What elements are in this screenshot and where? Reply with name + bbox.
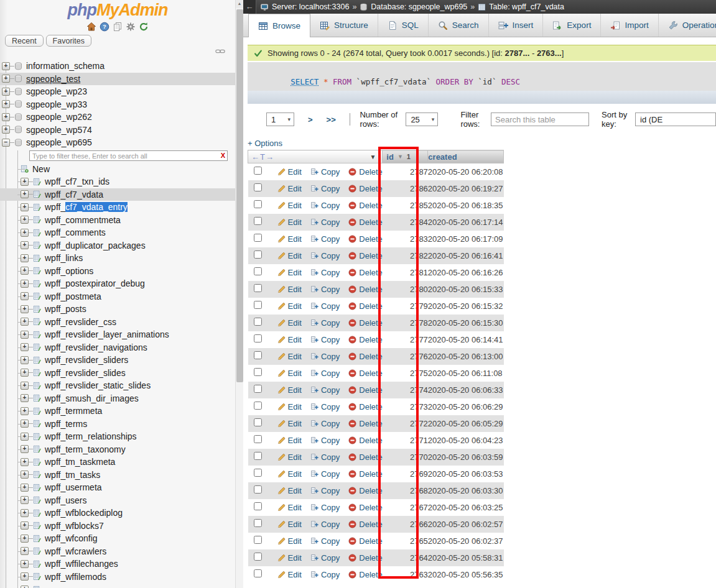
row-checkbox[interactable]: [254, 334, 262, 342]
edit-link[interactable]: Edit: [277, 385, 302, 395]
tab-insert[interactable]: Insert: [489, 14, 544, 37]
database-label[interactable]: sgpeople_wp574: [26, 125, 92, 135]
copy-link[interactable]: Copy: [310, 251, 340, 260]
expand-icon[interactable]: +: [21, 369, 29, 377]
tab-sql[interactable]: SQL: [378, 14, 429, 37]
table-label[interactable]: wpff_posts: [45, 304, 86, 314]
copy-link[interactable]: Copy: [310, 553, 340, 563]
expand-icon[interactable]: +: [21, 280, 29, 288]
delete-link[interactable]: Delete: [348, 301, 383, 311]
gear-icon[interactable]: [126, 22, 136, 32]
row-checkbox[interactable]: [254, 267, 262, 275]
sidebar-table-wpff_links[interactable]: +wpff_links: [0, 252, 235, 265]
table-label[interactable]: wpff_wfcrawlers: [45, 546, 106, 556]
database-label[interactable]: information_schema: [26, 61, 105, 71]
expand-icon[interactable]: +: [21, 394, 29, 402]
sidebar-table-wpff_termmeta[interactable]: +wpff_termmeta: [0, 405, 235, 418]
edit-link[interactable]: Edit: [277, 352, 302, 361]
delete-link[interactable]: Delete: [348, 268, 383, 277]
delete-link[interactable]: Delete: [348, 419, 383, 428]
tab-export[interactable]: Export: [543, 14, 601, 37]
expand-icon[interactable]: +: [21, 292, 29, 300]
breadcrumb-link[interactable]: Database: sgpeople_wp695: [371, 2, 467, 11]
edit-link[interactable]: Edit: [277, 503, 302, 512]
sidebar-table-wpff_wfconfig[interactable]: +wpff_wfconfig: [0, 532, 235, 545]
back-button[interactable]: ←: [243, 0, 256, 14]
copy-link[interactable]: Copy: [310, 268, 340, 277]
copy-link[interactable]: Copy: [310, 184, 340, 193]
expand-icon[interactable]: +: [21, 420, 29, 428]
sidebar-database-sgpeople_test[interactable]: +sgpeople_test: [0, 73, 235, 86]
table-label[interactable]: wpff_revslider_sliders: [45, 355, 128, 365]
sidebar-table-wpff_tm_tasks[interactable]: +wpff_tm_tasks: [0, 469, 235, 482]
row-checkbox[interactable]: [254, 385, 262, 393]
table-label[interactable]: wpff_links: [45, 253, 83, 263]
sidebar-database-sgpeople_wp695[interactable]: −sgpeople_wp695: [0, 136, 235, 149]
copy-link[interactable]: Copy: [310, 335, 340, 344]
delete-link[interactable]: Delete: [348, 184, 383, 193]
row-checkbox[interactable]: [254, 469, 262, 477]
delete-link[interactable]: Delete: [348, 167, 383, 177]
expand-icon[interactable]: +: [21, 267, 29, 275]
row-checkbox[interactable]: [254, 250, 262, 259]
sidebar-table-wpff_comments[interactable]: +wpff_comments: [0, 226, 235, 239]
recent-button[interactable]: Recent: [5, 35, 44, 47]
edit-link[interactable]: Edit: [277, 201, 302, 210]
sidebar-database-information_schema[interactable]: +information_schema: [0, 60, 235, 73]
copy-link[interactable]: Copy: [310, 503, 340, 512]
edit-link[interactable]: Edit: [277, 520, 302, 529]
copy-link[interactable]: Copy: [310, 234, 340, 244]
row-checkbox[interactable]: [254, 553, 262, 561]
next-page-link[interactable]: >: [308, 115, 313, 124]
expand-icon[interactable]: +: [21, 190, 29, 198]
actions-header[interactable]: ←T→ ▼: [248, 150, 383, 163]
delete-link[interactable]: Delete: [348, 452, 383, 462]
edit-link[interactable]: Edit: [277, 369, 302, 378]
expand-icon[interactable]: +: [21, 241, 29, 249]
row-checkbox[interactable]: [254, 183, 262, 191]
copy-link[interactable]: Copy: [310, 536, 340, 546]
row-checkbox[interactable]: [254, 368, 262, 376]
copy-link[interactable]: Copy: [310, 285, 340, 294]
expand-icon[interactable]: +: [21, 305, 29, 313]
edit-link[interactable]: Edit: [277, 486, 302, 495]
delete-link[interactable]: Delete: [348, 218, 383, 227]
table-label[interactable]: wpff_commentmeta: [45, 215, 121, 225]
breadcrumb-link[interactable]: Table: wpff_cf7_vdata: [489, 2, 564, 11]
expand-icon[interactable]: +: [21, 203, 29, 211]
tab-import[interactable]: Import: [601, 14, 658, 37]
sidebar-table-wpff_revslider_css[interactable]: +wpff_revslider_css: [0, 316, 235, 329]
table-label[interactable]: wpff_wfblockediplog: [45, 508, 123, 518]
expand-icon[interactable]: +: [21, 484, 29, 492]
expand-icon[interactable]: +: [21, 216, 29, 224]
edit-link[interactable]: Edit: [277, 402, 302, 411]
edit-link[interactable]: Edit: [277, 184, 302, 193]
expand-icon[interactable]: +: [2, 100, 10, 108]
sidebar-table-wpff_revslider_navigations[interactable]: +wpff_revslider_navigations: [0, 341, 235, 354]
row-checkbox[interactable]: [254, 167, 262, 175]
sidebar-database-sgpeople_wp262[interactable]: +sgpeople_wp262: [0, 111, 235, 124]
refresh-icon[interactable]: [139, 22, 149, 32]
edit-link[interactable]: Edit: [277, 251, 302, 260]
expand-icon[interactable]: +: [2, 75, 10, 83]
expand-icon[interactable]: +: [2, 113, 10, 121]
table-label[interactable]: wpff_wfconfig: [45, 533, 98, 543]
sidebar-table-wpff_wffilechanges[interactable]: +wpff_wffilechanges: [0, 558, 235, 571]
edit-link[interactable]: Edit: [277, 452, 302, 462]
sidebar-table-wpff_term_taxonomy[interactable]: +wpff_term_taxonomy: [0, 443, 235, 456]
table-label[interactable]: wpff_cf7_vdata: [45, 190, 103, 200]
edit-link[interactable]: Edit: [277, 553, 302, 563]
table-label[interactable]: wpff_cf7_txn_ids: [45, 177, 109, 186]
copy-link[interactable]: Copy: [310, 436, 340, 445]
copy-link[interactable]: Copy: [310, 369, 340, 378]
expand-icon[interactable]: +: [21, 407, 29, 415]
copy-link[interactable]: Copy: [310, 452, 340, 462]
sidebar-database-sgpeople_wp574[interactable]: +sgpeople_wp574: [0, 124, 235, 137]
tab-browse[interactable]: Browse: [248, 14, 310, 37]
favorites-button[interactable]: Favorites: [46, 35, 91, 47]
expand-icon[interactable]: +: [2, 88, 10, 96]
expand-icon[interactable]: +: [21, 521, 29, 530]
table-label[interactable]: wpff_term_relationships: [45, 431, 137, 441]
edit-link[interactable]: Edit: [277, 335, 302, 344]
edit-link[interactable]: Edit: [277, 436, 302, 445]
